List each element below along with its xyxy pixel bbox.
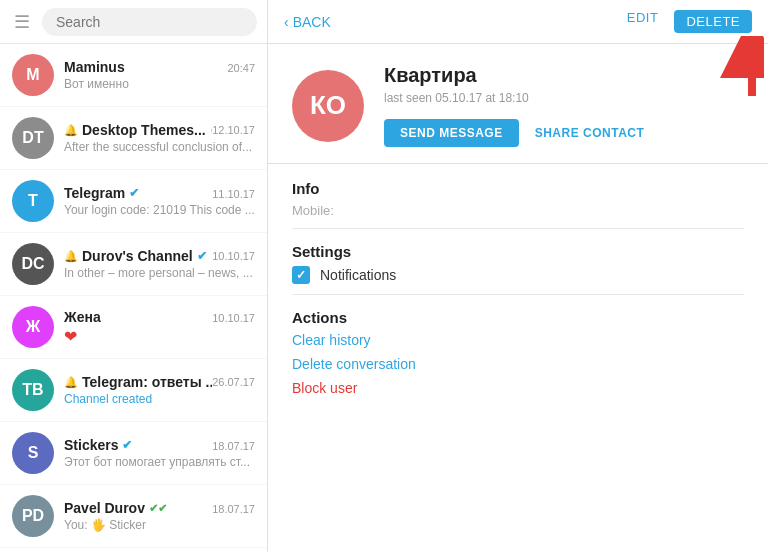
chat-list-item[interactable]: TTelegram✔11.10.17Your login code: 21019… <box>0 170 267 233</box>
chat-preview: After the successful conclusion of... <box>64 140 255 154</box>
clear-history-link[interactable]: Clear history <box>292 332 744 348</box>
chat-content: Pavel Durov✔✔18.07.17You: 🖐 Sticker <box>64 500 255 532</box>
chat-content: 🔔 Desktop Themes...✔12.10.17After the su… <box>64 122 255 154</box>
avatar: Ж <box>12 306 54 348</box>
contact-name: Квартира <box>384 64 744 87</box>
details-container: Info Mobile: Settings Notifications Acti… <box>268 164 768 552</box>
sidebar: ☰ MMaminus20:47Вот именноDT🔔 Desktop The… <box>0 0 268 552</box>
chat-list-item[interactable]: ТВ🔔 Telegram: ответы ...26.07.17Channel … <box>0 359 267 422</box>
avatar: DT <box>12 117 54 159</box>
avatar: T <box>12 180 54 222</box>
hamburger-icon[interactable]: ☰ <box>10 7 34 37</box>
send-message-button[interactable]: SEND MESSAGE <box>384 119 519 147</box>
block-user-link[interactable]: Block user <box>292 380 744 396</box>
verified-icon: ✔ <box>197 249 207 263</box>
chat-preview: ❤ <box>64 327 255 346</box>
sidebar-header: ☰ <box>0 0 267 44</box>
mobile-label: Mobile: <box>292 203 744 218</box>
avatar: DC <box>12 243 54 285</box>
chat-preview: Channel created <box>64 392 255 406</box>
verified-icon: ✔ <box>122 438 132 452</box>
chat-list-item[interactable]: ЖЖена10.10.17❤ <box>0 296 267 359</box>
avatar: S <box>12 432 54 474</box>
share-contact-button[interactable]: SHARE CONTACT <box>535 119 645 147</box>
chat-time: 12.10.17 <box>212 124 255 136</box>
contact-actions: SEND MESSAGE SHARE CONTACT <box>384 119 744 147</box>
chat-content: 🔔 Durov's Channel✔10.10.17In other – mor… <box>64 248 255 280</box>
chat-list-item[interactable]: UUkrainian <box>0 548 267 552</box>
chat-time: 10.10.17 <box>212 250 255 262</box>
chat-name: Stickers✔ <box>64 437 132 453</box>
chat-name: 🔔 Desktop Themes...✔ <box>64 122 212 138</box>
chat-name: Pavel Durov✔✔ <box>64 500 167 516</box>
chat-content: 🔔 Telegram: ответы ...26.07.17Channel cr… <box>64 374 255 406</box>
delete-conversation-link[interactable]: Delete conversation <box>292 356 744 372</box>
contact-details: Квартира last seen 05.10.17 at 18:10 SEN… <box>384 64 744 147</box>
avatar: PD <box>12 495 54 537</box>
chat-preview: Этот бот помогает управлять ст... <box>64 455 255 469</box>
chat-list-item[interactable]: DC🔔 Durov's Channel✔10.10.17In other – m… <box>0 233 267 296</box>
search-input[interactable] <box>42 8 257 36</box>
avatar: M <box>12 54 54 96</box>
edit-button[interactable]: EDIT <box>627 10 659 33</box>
chat-preview: You: 🖐 Sticker <box>64 518 255 532</box>
right-header: ‹ BACK EDIT DELETE <box>268 0 768 44</box>
back-chevron-icon: ‹ <box>284 14 289 30</box>
chat-time: 18.07.17 <box>212 440 255 452</box>
chat-preview: Вот именно <box>64 77 255 91</box>
settings-section-title: Settings <box>292 243 744 260</box>
chat-name: 🔔 Telegram: ответы ... <box>64 374 212 390</box>
header-actions: EDIT DELETE <box>627 10 752 33</box>
delete-button[interactable]: DELETE <box>674 10 752 33</box>
chat-time: 18.07.17 <box>212 503 255 515</box>
separator-2 <box>292 294 744 295</box>
chat-name: 🔔 Durov's Channel✔ <box>64 248 207 264</box>
avatar: ТВ <box>12 369 54 411</box>
notifications-label: Notifications <box>320 267 396 283</box>
chat-name: Жена <box>64 309 101 325</box>
chat-time: 10.10.17 <box>212 312 255 324</box>
contact-status: last seen 05.10.17 at 18:10 <box>384 91 744 105</box>
chat-preview: In other – more personal – news, ... <box>64 266 255 280</box>
notifications-checkbox[interactable] <box>292 266 310 284</box>
info-section-title: Info <box>292 180 744 197</box>
contact-info-section: КО Квартира last seen 05.10.17 at 18:10 … <box>268 44 768 164</box>
back-button[interactable]: ‹ BACK <box>284 14 331 30</box>
chat-name: Telegram✔ <box>64 185 139 201</box>
chat-content: Stickers✔18.07.17Этот бот помогает управ… <box>64 437 255 469</box>
chat-time: 26.07.17 <box>212 376 255 388</box>
back-label: BACK <box>293 14 331 30</box>
verified-icon: ✔ <box>129 186 139 200</box>
chat-preview: Your login code: 21019 This code ... <box>64 203 255 217</box>
mic-icon: 🔔 <box>64 376 78 389</box>
chat-content: Telegram✔11.10.17Your login code: 21019 … <box>64 185 255 217</box>
chat-content: Жена10.10.17❤ <box>64 309 255 346</box>
right-panel: ‹ BACK EDIT DELETE КО Квартира last seen… <box>268 0 768 552</box>
chat-list-item[interactable]: MMaminus20:47Вот именно <box>0 44 267 107</box>
separator-1 <box>292 228 744 229</box>
chat-list-item[interactable]: SStickers✔18.07.17Этот бот помогает упра… <box>0 422 267 485</box>
contact-avatar: КО <box>292 70 364 142</box>
chat-list-item[interactable]: PDPavel Durov✔✔18.07.17You: 🖐 Sticker <box>0 485 267 548</box>
mic-icon: 🔔 <box>64 250 78 263</box>
chat-content: Maminus20:47Вот именно <box>64 59 255 91</box>
chat-list-item[interactable]: DT🔔 Desktop Themes...✔12.10.17After the … <box>0 107 267 170</box>
actions-section-title: Actions <box>292 309 744 326</box>
mic-icon: 🔔 <box>64 124 78 137</box>
chat-time: 11.10.17 <box>212 188 255 200</box>
notifications-row: Notifications <box>292 266 744 284</box>
chat-list: MMaminus20:47Вот именноDT🔔 Desktop Theme… <box>0 44 267 552</box>
double-check-icon: ✔✔ <box>149 502 167 515</box>
chat-time: 20:47 <box>227 62 255 74</box>
chat-name: Maminus <box>64 59 125 75</box>
